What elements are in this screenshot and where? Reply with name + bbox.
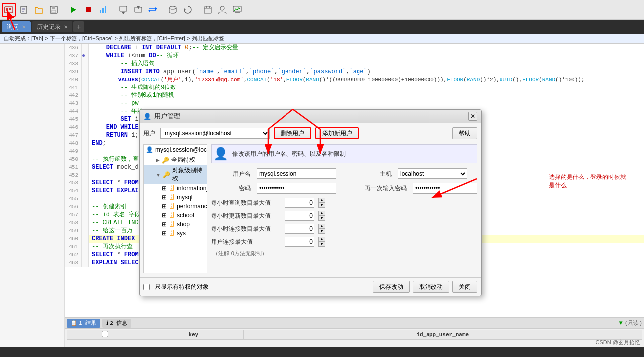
toolbar-user-btn[interactable] xyxy=(215,3,229,17)
dialog-close-button[interactable]: ✕ xyxy=(468,112,477,121)
dialog-footer: 只显示有特权的对象 保存改动 取消改动 关闭 xyxy=(140,277,481,296)
spin-up-btn[interactable]: ▲ xyxy=(318,198,325,203)
limit-update-spinner[interactable]: ▲ ▼ xyxy=(318,211,325,221)
tab-add-btn[interactable]: + xyxy=(73,21,84,32)
tree-info-schema-label: information_schema xyxy=(177,185,207,192)
tab-query-close[interactable]: ✕ xyxy=(22,24,26,30)
dialog-titlebar: 👤 用户管理 ✕ xyxy=(140,110,481,123)
toolbar-newquery-btn[interactable] xyxy=(17,3,31,17)
spin-down-update[interactable]: ▼ xyxy=(318,216,325,221)
svg-point-32 xyxy=(220,6,224,10)
add-user-button[interactable]: 添加新用户 xyxy=(315,127,359,139)
db-icon: 🗄 xyxy=(169,185,175,192)
limit-maxconn-input[interactable] xyxy=(285,237,314,247)
svg-point-26 xyxy=(169,6,176,9)
tree-object-label: 对象级别特权 xyxy=(172,166,205,183)
tree-item-shop[interactable]: ⊞ 🗄 shop xyxy=(144,220,207,229)
toolbar-stop-btn[interactable] xyxy=(81,3,95,17)
limit-maxconn-spinner[interactable]: ▲ ▼ xyxy=(318,237,325,247)
user-info-description: 修改该用户的用户名、密码、以及各种限制 xyxy=(232,150,346,158)
limit-query-spinner[interactable]: ▲ ▼ xyxy=(318,198,325,208)
username-input[interactable] xyxy=(257,168,336,179)
spin-up-update[interactable]: ▲ xyxy=(318,211,325,216)
table-row: 441 -- 生成随机的9位数 xyxy=(65,84,644,91)
autocomplete-hint: 自动完成：[Tab]-> 下一个标签，[Ctrl+Space]-> 列出所有标签… xyxy=(0,34,644,44)
tree-item-sys[interactable]: ⊞ 🗄 sys xyxy=(144,229,207,238)
spin-down-connect[interactable]: ▼ xyxy=(318,229,325,234)
left-sidebar xyxy=(0,44,65,357)
table-row: 443 -- pw xyxy=(65,99,644,107)
toolbar-backup-btn[interactable] xyxy=(166,3,180,17)
user-management-dialog: 👤 用户管理 ✕ 用户 mysql.session@localhost 删除用户… xyxy=(139,109,482,296)
note-text: （注解-0方法无限制） xyxy=(211,250,477,257)
tree-panel: 👤 mysql.session@localhost ▶ 🔑 全局特权 ▼ 🔑 对… xyxy=(143,144,207,273)
cancel-button[interactable]: 取消改动 xyxy=(413,281,449,293)
toolbar-connect-btn[interactable] xyxy=(2,3,16,17)
db-icon-perf: 🗄 xyxy=(169,203,175,210)
limit-update-input[interactable] xyxy=(285,211,314,221)
tree-item-object[interactable]: ▼ 🔑 对象级别特权 xyxy=(144,165,207,184)
toolbar-restore-btn[interactable] xyxy=(181,3,195,17)
tab-query[interactable]: 询问 ✕ xyxy=(2,21,31,32)
tree-performance-label: performance_schema xyxy=(177,203,207,210)
show-privileged-label: 只显示有特权的对象 xyxy=(155,283,209,291)
confirm-label: 再一次输入密码 xyxy=(352,184,407,193)
col-checkbox xyxy=(67,330,143,340)
limit-query-input[interactable] xyxy=(285,198,314,208)
svg-marker-25 xyxy=(148,9,150,12)
table-row: 442 -- 性别0或1的随机 xyxy=(65,91,644,99)
tree-school-label: school xyxy=(177,212,194,219)
toolbar-import-btn[interactable] xyxy=(131,3,145,17)
tree-item-info-schema[interactable]: ⊞ 🗄 information_schema xyxy=(144,184,207,193)
table-row: 437 ● WHILE i<num DO-- 循环 xyxy=(65,52,644,60)
toolbar-schedule-btn[interactable] xyxy=(201,3,215,17)
show-privileged-checkbox[interactable] xyxy=(143,284,150,290)
toolbar-open-btn[interactable] xyxy=(32,3,46,17)
toolbar-export-btn[interactable] xyxy=(116,3,130,17)
user-label: 用户 xyxy=(143,129,155,138)
user-dropdown[interactable]: mysql.session@localhost xyxy=(160,128,270,139)
limit-row-connect: 每小时连接数目最大值 ▲ ▼ xyxy=(211,224,477,234)
svg-rect-13 xyxy=(100,10,101,13)
help-button[interactable]: 帮助 xyxy=(452,127,477,139)
spin-down-maxconn[interactable]: ▼ xyxy=(318,242,325,247)
table-row: 438 -- 插入语句 xyxy=(65,60,644,68)
tab-history[interactable]: 历史记录 ✕ xyxy=(32,21,72,32)
svg-rect-15 xyxy=(105,6,106,13)
table-row: 439 INSERT INTO app_user(`name`,`email`,… xyxy=(65,68,644,76)
tree-item-global[interactable]: ▶ 🔑 全局特权 xyxy=(144,155,207,165)
tab-result2[interactable]: ℹ 2 信息 xyxy=(102,319,131,328)
username-label: 用户名 xyxy=(211,170,251,178)
table-row: 440 VALUES(CONCAT('用户',i),'123345@qq.com… xyxy=(65,76,644,84)
tree-root-label: mysql.session@localhost xyxy=(155,146,207,153)
tree-item-mysql[interactable]: ⊞ 🗄 mysql xyxy=(144,193,207,202)
result-filter-label: (只读) xyxy=(625,319,642,327)
toolbar-monitor-btn[interactable] xyxy=(230,3,244,17)
user-avatar-icon: 👤 xyxy=(214,147,228,161)
close-button[interactable]: 关闭 xyxy=(452,281,477,293)
tree-item-school[interactable]: ⊞ 🗄 school xyxy=(144,211,207,220)
spin-up-connect[interactable]: ▲ xyxy=(318,224,325,229)
host-dropdown[interactable]: localhost xyxy=(398,168,467,179)
spin-down-btn[interactable]: ▼ xyxy=(318,203,325,208)
toolbar-run-btn[interactable] xyxy=(67,3,80,17)
toolbar-transfer-btn[interactable] xyxy=(146,3,160,17)
tree-root[interactable]: 👤 mysql.session@localhost xyxy=(144,145,207,155)
password-input[interactable] xyxy=(257,183,336,194)
col-key: key xyxy=(143,330,243,340)
spin-up-maxconn[interactable]: ▲ xyxy=(318,237,325,242)
limit-connect-input[interactable] xyxy=(285,224,314,234)
save-button[interactable]: 保存改动 xyxy=(373,281,410,293)
svg-rect-12 xyxy=(86,7,91,12)
delete-user-button[interactable]: 删除用户 xyxy=(274,127,311,139)
limit-connect-spinner[interactable]: ▲ ▼ xyxy=(318,224,325,234)
toolbar-explain-btn[interactable] xyxy=(96,3,110,17)
confirm-password-input[interactable] xyxy=(413,183,477,194)
limit-update-label: 每小时更新数目最大值 xyxy=(211,212,281,220)
filter-icon: ▼ xyxy=(619,320,623,327)
tab-result1[interactable]: 📋 1 结果 xyxy=(67,319,100,328)
limit-row-query: 每小时查询数目最大值 ▲ ▼ xyxy=(211,198,477,208)
tab-history-close[interactable]: ✕ xyxy=(64,24,68,30)
toolbar-save-btn[interactable] xyxy=(47,3,61,17)
tree-item-performance[interactable]: ⊞ 🗄 performance_schema xyxy=(144,202,207,211)
